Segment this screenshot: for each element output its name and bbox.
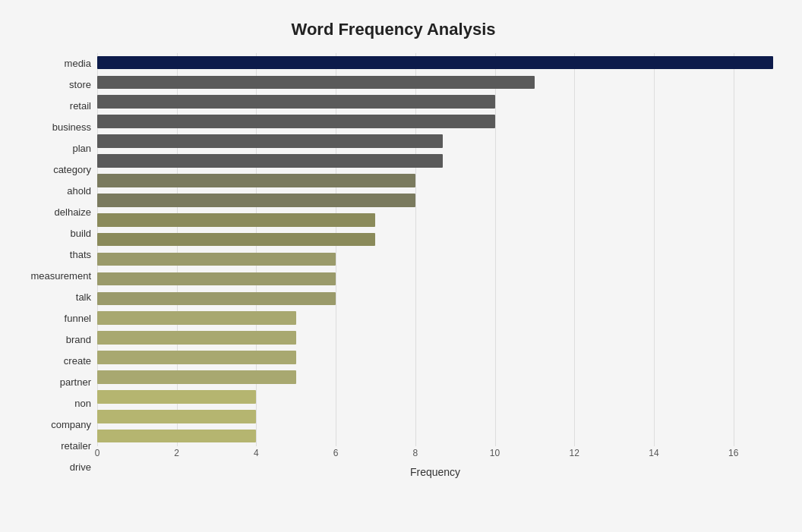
y-label: talk (76, 292, 91, 302)
y-label: company (51, 420, 91, 430)
bar-row (97, 92, 773, 112)
bar (97, 174, 415, 187)
y-label: build (71, 228, 91, 238)
bar (97, 233, 375, 247)
bar (97, 56, 773, 70)
bar (97, 213, 375, 227)
y-label: retail (70, 101, 91, 111)
bar-row (97, 367, 773, 387)
bar (97, 390, 256, 404)
y-label: category (53, 165, 91, 175)
x-axis-label: Frequency (97, 466, 773, 478)
y-label: brand (66, 335, 91, 345)
y-label: ahold (67, 186, 91, 196)
bar-row (97, 72, 773, 92)
y-label: funnel (65, 313, 91, 323)
bar-row (97, 210, 773, 230)
y-label: measurement (31, 271, 91, 281)
y-label: non (74, 398, 91, 408)
bar-row (97, 387, 773, 407)
bar-row (97, 190, 773, 210)
bar-row (97, 427, 773, 446)
y-label: media (65, 58, 91, 68)
bar-row (97, 151, 773, 171)
y-label: create (64, 356, 91, 366)
bar-row (97, 171, 773, 190)
x-tick-label: 4 (254, 448, 259, 458)
bar (97, 115, 495, 128)
x-tick-label: 0 (95, 448, 100, 458)
x-tick-label: 10 (490, 448, 500, 458)
x-axis: 0246810121416 Frequency (97, 448, 773, 478)
bar-row (97, 328, 773, 348)
bar (97, 292, 336, 306)
x-tick-label: 8 (412, 448, 418, 458)
bars-wrapper (97, 53, 773, 446)
y-axis: mediastoreretailbusinessplancategoryahol… (14, 53, 97, 478)
x-tick-label: 12 (570, 448, 579, 458)
bar-row (97, 348, 773, 367)
bar-row (97, 308, 773, 328)
bar (97, 351, 296, 364)
chart-container: Word Frequency Analysis mediastoreretail… (6, 5, 796, 528)
y-label: delhaize (55, 207, 91, 217)
y-label: store (69, 80, 91, 90)
chart-title: Word Frequency Analysis (14, 20, 773, 39)
bar (97, 430, 256, 443)
bar (97, 154, 443, 168)
chart-area: mediastoreretailbusinessplancategoryahol… (14, 53, 773, 478)
bar-row (97, 250, 773, 269)
bar (97, 331, 296, 345)
bar (97, 253, 336, 266)
bar-row (97, 269, 773, 288)
y-label: drive (70, 462, 91, 472)
y-label: partner (60, 377, 91, 387)
y-label: business (52, 122, 91, 132)
bar-row (97, 53, 773, 73)
bar-row (97, 288, 773, 308)
bar (97, 194, 415, 207)
bar (97, 134, 443, 148)
bar (97, 76, 535, 90)
bar-row (97, 131, 773, 151)
bar (97, 311, 296, 325)
x-tick-label: 16 (728, 448, 738, 458)
bar (97, 272, 336, 286)
bar-row (97, 230, 773, 250)
x-tick-label: 2 (174, 448, 179, 458)
bars-and-xaxis: 0246810121416 Frequency (97, 53, 773, 478)
y-label: retailer (61, 441, 91, 451)
bar (97, 370, 296, 384)
bar-row (97, 407, 773, 427)
y-label: plan (72, 143, 91, 153)
x-tick-label: 14 (649, 448, 658, 458)
bar (97, 410, 256, 423)
bar-row (97, 112, 773, 131)
y-label: thats (70, 250, 91, 260)
bar (97, 95, 495, 109)
x-tick-label: 6 (333, 448, 339, 458)
